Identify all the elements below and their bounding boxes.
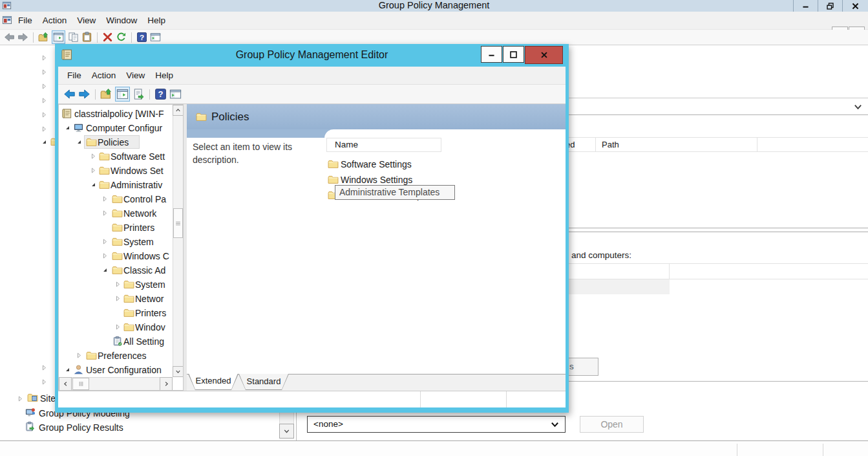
delete-icon[interactable] [102, 32, 113, 43]
editor-close-button[interactable] [525, 46, 563, 64]
result-list-item[interactable]: Software Settings [328, 157, 560, 172]
collapse-arrow-icon[interactable] [41, 378, 48, 385]
tree-item[interactable]: System [59, 235, 173, 249]
expand-arrow-icon[interactable] [76, 138, 83, 146]
collapse-arrow-icon[interactable] [41, 69, 48, 76]
main-restore-button[interactable] [818, 0, 842, 12]
collapse-arrow-icon[interactable] [76, 352, 83, 359]
tree-item-label[interactable]: System [123, 235, 173, 249]
tree-item-label[interactable]: All Setting [123, 334, 173, 349]
collapse-arrow-icon[interactable] [41, 111, 48, 118]
tree-vscrollbar[interactable] [173, 105, 184, 377]
bg-scroll-down-button[interactable] [279, 424, 294, 439]
tree-item[interactable]: Network [59, 206, 173, 221]
tree-item-label[interactable]: Windows Set [111, 164, 173, 178]
tree-item[interactable]: Computer Configur [59, 121, 173, 135]
tree-item[interactable]: Software Sett [59, 149, 173, 164]
export-list-icon[interactable] [132, 88, 145, 100]
collapse-arrow-icon[interactable] [41, 97, 48, 104]
window-list-icon[interactable] [169, 88, 182, 100]
expand-arrow-icon[interactable] [90, 181, 97, 188]
tab-standard[interactable]: Standard [238, 374, 289, 390]
collapse-arrow-icon[interactable] [90, 153, 97, 160]
menu-window[interactable]: Window [101, 12, 142, 29]
collapse-arrow-icon[interactable] [41, 54, 48, 61]
tree-item-label[interactable]: Software Sett [111, 149, 173, 164]
up-folder-icon[interactable] [100, 88, 112, 100]
tree-item-label[interactable]: Printers [123, 221, 173, 235]
menu-view[interactable]: View [121, 67, 150, 84]
tree-item-label[interactable]: classtrialpolicy [WIN-F [74, 107, 173, 121]
main-window-titlebar[interactable]: Group Policy Management [0, 0, 868, 12]
tree-item[interactable]: Printers [59, 221, 173, 235]
tree-item-label[interactable]: Network [123, 206, 173, 221]
back-icon[interactable] [63, 88, 76, 100]
scroll-right-button[interactable] [160, 377, 173, 391]
collapse-arrow-icon[interactable] [90, 167, 97, 174]
tree-item[interactable]: Preferences [59, 349, 173, 363]
collapse-arrow-icon[interactable] [114, 295, 122, 302]
location-combobox[interactable]: <none> [307, 416, 566, 433]
menu-file[interactable]: File [62, 67, 87, 84]
tree-item[interactable]: classtrialpolicy [WIN-F [59, 107, 173, 121]
tree-item-label[interactable]: Windov [135, 320, 173, 334]
up-folder-icon[interactable] [38, 32, 49, 43]
expand-arrow-icon[interactable] [64, 366, 71, 373]
console-tree-icon[interactable] [115, 87, 130, 102]
menu-file[interactable]: File [13, 12, 37, 29]
bg-partial-button[interactable]: s [566, 358, 598, 376]
tree-item[interactable]: Policies [59, 135, 173, 149]
horizontal-splitter[interactable] [569, 228, 868, 232]
result-item-label[interactable]: Software Settings [341, 157, 412, 172]
tree-item[interactable]: Networ [59, 292, 173, 306]
bg-scope-combobox[interactable] [569, 98, 868, 115]
help-icon[interactable]: ? [154, 88, 167, 100]
menu-action[interactable]: Action [37, 12, 72, 29]
scroll-down-button[interactable] [173, 366, 184, 377]
column-header-modified[interactable]: ed [569, 138, 596, 151]
editor-maximize-button[interactable] [503, 46, 524, 63]
forward-icon[interactable] [17, 32, 28, 43]
editor-minimize-button[interactable] [481, 46, 502, 63]
tree-item-label[interactable]: Policies [98, 135, 173, 149]
window-list-icon[interactable] [150, 32, 161, 43]
tree-item[interactable]: System [59, 277, 173, 292]
collapse-arrow-icon[interactable] [114, 323, 122, 331]
collapse-arrow-icon[interactable] [101, 238, 109, 245]
tree-item-label[interactable]: User Configuration [86, 363, 173, 377]
tree-item-label[interactable]: Networ [135, 292, 173, 306]
scroll-left-button[interactable] [59, 377, 72, 391]
tree-item-label[interactable]: Administrativ [111, 178, 173, 192]
tree-item-label[interactable]: Printers [135, 306, 173, 320]
vscroll-thumb[interactable] [173, 208, 183, 238]
tree-item[interactable]: Control Pa [59, 192, 173, 206]
tree-item[interactable]: Windows C [59, 249, 173, 263]
collapse-arrow-icon[interactable] [41, 364, 48, 371]
tree-item-label[interactable]: Computer Configur [86, 121, 173, 135]
tab-extended[interactable]: Extended [188, 374, 238, 390]
main-close-button[interactable] [842, 0, 868, 12]
collapse-arrow-icon[interactable] [101, 195, 109, 202]
tree-item[interactable]: Classic Ad [59, 263, 173, 277]
collapse-arrow-icon[interactable] [101, 252, 109, 259]
open-button[interactable]: Open [580, 416, 644, 433]
back-icon[interactable] [4, 32, 15, 43]
bg-tree-item-label[interactable]: Group Policy Results [39, 422, 123, 433]
tree-item-label[interactable]: Control Pa [123, 192, 173, 206]
expand-arrow-icon[interactable] [101, 266, 109, 274]
copy-icon[interactable] [68, 32, 79, 43]
tree-item[interactable]: Printers [59, 306, 173, 320]
tree-item[interactable]: Windov [59, 320, 173, 334]
console-tree-icon[interactable] [52, 30, 65, 44]
column-header-path[interactable]: Path [596, 138, 757, 151]
scroll-up-button[interactable] [173, 105, 184, 116]
tree-item-label[interactable]: Preferences [98, 349, 173, 363]
name-column-header[interactable]: Name [326, 138, 441, 152]
help-icon[interactable]: ? [136, 32, 147, 43]
collapse-arrow-icon[interactable] [101, 210, 109, 217]
collapse-arrow-icon[interactable] [114, 281, 122, 288]
tree-item-label[interactable]: Classic Ad [123, 263, 173, 277]
menu-help[interactable]: Help [142, 12, 171, 29]
bg-selected-row[interactable] [569, 279, 670, 294]
menu-help[interactable]: Help [150, 67, 178, 84]
